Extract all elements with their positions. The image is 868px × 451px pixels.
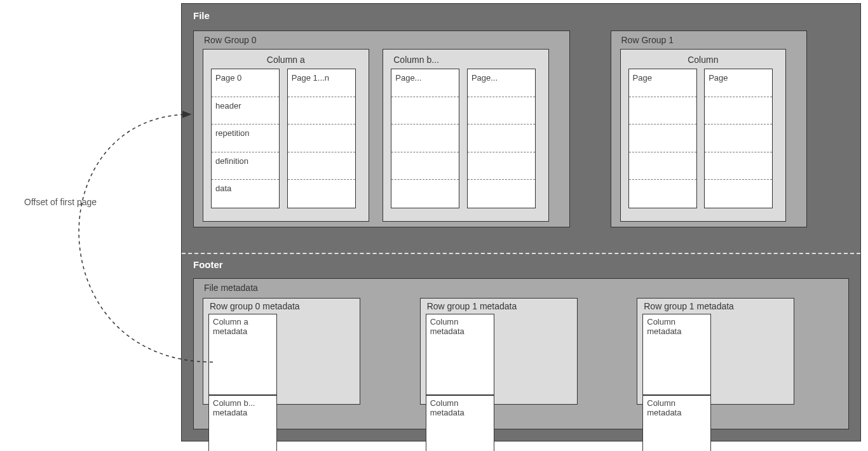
- page-cell: [468, 97, 535, 125]
- page: Page...: [391, 69, 459, 208]
- rowgroup-0: Row Group 0 Column a Page 0 header repet…: [193, 30, 570, 227]
- page-cell: [705, 152, 772, 180]
- page-cell: [629, 180, 696, 208]
- page-cell: [391, 180, 459, 208]
- page-cell: Page...: [391, 69, 459, 97]
- page-cell: [468, 180, 535, 208]
- rowgroup-1-label: Row Group 1: [620, 34, 798, 49]
- rowgroup-meta-1: Row group 1 metadata Column metadata Col…: [420, 298, 578, 405]
- column-a: Column a Page 0 header repetition defini…: [203, 49, 369, 222]
- page-cell: [629, 125, 696, 152]
- page-cell: [288, 97, 355, 125]
- column-a-label: Column a: [211, 52, 361, 69]
- page-0: Page 0 header repetition definition data: [211, 69, 280, 208]
- page-cell: [288, 152, 355, 180]
- page-cell: [391, 97, 459, 125]
- page-cell: [629, 97, 696, 125]
- page-cell: [288, 180, 355, 208]
- file-title: File: [182, 4, 860, 26]
- rowgroup-meta-1-label: Row group 1 metadata: [426, 300, 572, 314]
- page-cell: repetition: [212, 125, 279, 152]
- rowgroups-area: Row Group 0 Column a Page 0 header repet…: [193, 30, 860, 240]
- page-cell: [288, 125, 355, 152]
- page: Page: [628, 69, 697, 208]
- footer-title: Footer: [193, 259, 223, 270]
- rowgroup-meta-2-label: Row group 1 metadata: [642, 300, 789, 314]
- column-metadata: Column a metadata: [208, 314, 277, 395]
- rowgroup-0-label: Row Group 0: [203, 34, 560, 49]
- column-metadata: Column metadata: [642, 314, 711, 395]
- page-cell: Page 0: [212, 69, 279, 97]
- page-cell: data: [212, 180, 279, 208]
- column-metadata: Column metadata: [426, 314, 494, 395]
- offset-label: Offset of first page: [24, 197, 97, 207]
- page-cell: Page...: [468, 69, 535, 97]
- page-1n: Page 1...n: [287, 69, 356, 208]
- page-cell: [705, 180, 772, 208]
- file-metadata: File metadata Row group 0 metadata Colum…: [193, 278, 849, 429]
- rowgroup-meta-0: Row group 0 metadata Column a metadata C…: [203, 298, 360, 405]
- page-cell: header: [212, 97, 279, 125]
- section-separator: [182, 253, 860, 254]
- file-container: File Row Group 0 Column a Page 0 header …: [181, 3, 861, 441]
- file-metadata-label: File metadata: [203, 281, 839, 298]
- page-cell: definition: [212, 152, 279, 180]
- page: Page...: [467, 69, 536, 208]
- column-b-label: Column b...: [391, 52, 541, 69]
- page-cell: Page: [705, 69, 772, 97]
- page-cell: [391, 125, 459, 152]
- column-metadata: Column b... metadata: [208, 395, 277, 451]
- column-label: Column: [628, 52, 778, 69]
- page-cell: Page: [629, 69, 696, 97]
- rowgroup-meta-0-label: Row group 0 metadata: [208, 300, 355, 314]
- page-cell: [629, 152, 696, 180]
- column-metadata: Column metadata: [642, 395, 711, 451]
- page: Page: [704, 69, 773, 208]
- rowgroup-meta-2: Row group 1 metadata Column metadata Col…: [637, 298, 794, 405]
- page-cell: [391, 152, 459, 180]
- page-cell: [705, 97, 772, 125]
- page-cell: Page 1...n: [288, 69, 355, 97]
- column: Column Page Page: [620, 49, 787, 222]
- rowgroup-1: Row Group 1 Column Page Page: [611, 30, 808, 227]
- page-cell: [468, 152, 535, 180]
- page-cell: [705, 125, 772, 152]
- column-metadata: Column metadata: [426, 395, 494, 451]
- page-cell: [468, 125, 535, 152]
- column-b: Column b... Page... Page...: [383, 49, 549, 222]
